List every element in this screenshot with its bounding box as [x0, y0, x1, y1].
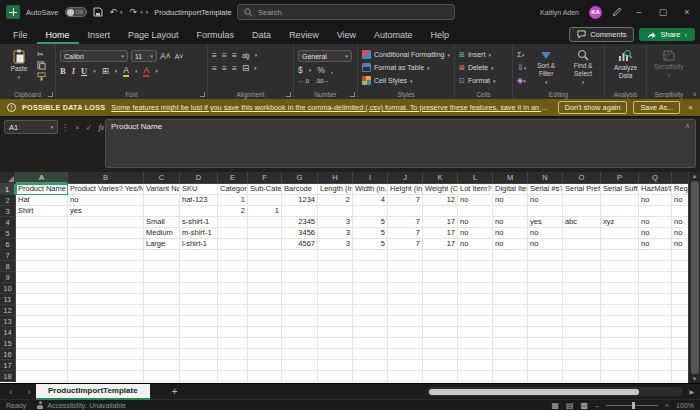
cell-K3[interactable] — [423, 206, 458, 217]
increase-decimal-icon[interactable]: ←.0 — [298, 78, 309, 84]
row-header-1[interactable]: 1 — [0, 184, 16, 195]
find-select-button[interactable]: Find & Select▾ — [566, 47, 600, 88]
column-header-Q[interactable]: Q — [639, 172, 672, 184]
cell-D17[interactable] — [180, 360, 218, 371]
cell-Q7[interactable] — [639, 250, 672, 261]
insert-cells-button[interactable]: ⊞Insert▾ — [459, 48, 508, 61]
cell-H13[interactable] — [318, 316, 353, 327]
cell-L10[interactable] — [458, 283, 493, 294]
scroll-right-icon[interactable]: ▶ — [689, 388, 694, 395]
cell-I18[interactable] — [353, 371, 388, 382]
cell-C13[interactable] — [144, 316, 180, 327]
cell-G9[interactable] — [282, 272, 318, 283]
cell-C15[interactable] — [144, 338, 180, 349]
cell-O13[interactable] — [563, 316, 601, 327]
cell-E2[interactable]: 1 — [218, 195, 248, 206]
cell-C16[interactable] — [144, 349, 180, 360]
save-icon[interactable] — [93, 7, 103, 17]
cell-L3[interactable] — [458, 206, 493, 217]
cell-O11[interactable] — [563, 294, 601, 305]
cell-D11[interactable] — [180, 294, 218, 305]
cell-I9[interactable] — [353, 272, 388, 283]
fill-icon[interactable]: ⇩▾ — [517, 63, 526, 73]
cell-L17[interactable] — [458, 360, 493, 371]
dont-show-again-button[interactable]: Don't show again — [558, 101, 628, 114]
cell-J3[interactable] — [388, 206, 423, 217]
cell-G12[interactable] — [282, 305, 318, 316]
cell-J11[interactable] — [388, 294, 423, 305]
clipboard-dialog-launcher-icon[interactable] — [48, 92, 53, 97]
scroll-down-icon[interactable]: ▼ — [692, 376, 698, 382]
cell-L5[interactable]: no — [458, 228, 493, 239]
align-right-icon[interactable]: ≡ — [232, 63, 237, 73]
cell-C14[interactable] — [144, 327, 180, 338]
cell-D14[interactable] — [180, 327, 218, 338]
merge-dropdown-icon[interactable]: ▾ — [254, 65, 257, 71]
cell-B3[interactable]: yes — [68, 206, 144, 217]
cell-P7[interactable] — [601, 250, 639, 261]
cell-O15[interactable] — [563, 338, 601, 349]
cell-A16[interactable] — [16, 349, 68, 360]
cell-C10[interactable] — [144, 283, 180, 294]
cell-B11[interactable] — [68, 294, 144, 305]
comments-button[interactable]: Comments — [569, 27, 634, 42]
cell-Q16[interactable] — [639, 349, 672, 360]
cell-C7[interactable] — [144, 250, 180, 261]
cell-C6[interactable]: Large — [144, 239, 180, 250]
cell-O6[interactable] — [563, 239, 601, 250]
ribbon-tab-automate[interactable]: Automate — [365, 27, 422, 44]
cell-Q11[interactable] — [639, 294, 672, 305]
cell-J13[interactable] — [388, 316, 423, 327]
cell-J2[interactable]: 7 — [388, 195, 423, 206]
cell-H3[interactable] — [318, 206, 353, 217]
ribbon-tab-home[interactable]: Home — [37, 27, 79, 44]
sheet-tab[interactable]: ProductImportTemplate — [36, 384, 150, 400]
format-as-table-button[interactable]: Format as Table▾ — [362, 61, 450, 74]
column-header-D[interactable]: D — [180, 172, 218, 184]
cell-B7[interactable] — [68, 250, 144, 261]
cell-B4[interactable] — [68, 217, 144, 228]
cell-L11[interactable] — [458, 294, 493, 305]
minimize-button[interactable]: – — [632, 7, 646, 17]
autosave-toggle[interactable]: Off — [65, 7, 87, 17]
cell-O2[interactable] — [563, 195, 601, 206]
vertical-scrollbar[interactable]: ▲ ▼ — [688, 172, 700, 383]
column-header-P[interactable]: P — [601, 172, 639, 184]
restore-button[interactable]: ▢ — [656, 7, 670, 17]
cell-Q13[interactable] — [639, 316, 672, 327]
cell-N1[interactable]: Serial #s? — [528, 184, 563, 195]
row-header-15[interactable]: 15 — [0, 338, 16, 349]
cell-K15[interactable] — [423, 338, 458, 349]
cell-B18[interactable] — [68, 371, 144, 382]
cell-M10[interactable] — [493, 283, 528, 294]
ribbon-tab-data[interactable]: Data — [243, 27, 280, 44]
cell-B5[interactable] — [68, 228, 144, 239]
cell-F12[interactable] — [248, 305, 282, 316]
page-break-view-icon[interactable]: ▩ — [581, 401, 589, 410]
cell-J4[interactable]: 7 — [388, 217, 423, 228]
paste-dropdown-icon[interactable]: ▾ — [18, 74, 21, 80]
cell-J18[interactable] — [388, 371, 423, 382]
cell-H4[interactable]: 3 — [318, 217, 353, 228]
avatar[interactable]: KA — [589, 6, 602, 19]
cell-G14[interactable] — [282, 327, 318, 338]
cell-H14[interactable] — [318, 327, 353, 338]
cell-E3[interactable]: 2 — [218, 206, 248, 217]
cell-N7[interactable] — [528, 250, 563, 261]
cell-H9[interactable] — [318, 272, 353, 283]
comma-style-icon[interactable]: , — [331, 65, 333, 75]
cell-J10[interactable] — [388, 283, 423, 294]
row-header-17[interactable]: 17 — [0, 360, 16, 371]
cell-G8[interactable] — [282, 261, 318, 272]
cell-K4[interactable]: 17 — [423, 217, 458, 228]
row-header-10[interactable]: 10 — [0, 283, 16, 294]
cell-Q15[interactable] — [639, 338, 672, 349]
cell-Q14[interactable] — [639, 327, 672, 338]
accessibility-status[interactable]: Accessibility: Unavailable — [36, 401, 126, 409]
cell-P16[interactable] — [601, 349, 639, 360]
row-header-14[interactable]: 14 — [0, 327, 16, 338]
column-header-O[interactable]: O — [563, 172, 601, 184]
column-header-G[interactable]: G — [282, 172, 318, 184]
cell-E16[interactable] — [218, 349, 248, 360]
cell-P8[interactable] — [601, 261, 639, 272]
